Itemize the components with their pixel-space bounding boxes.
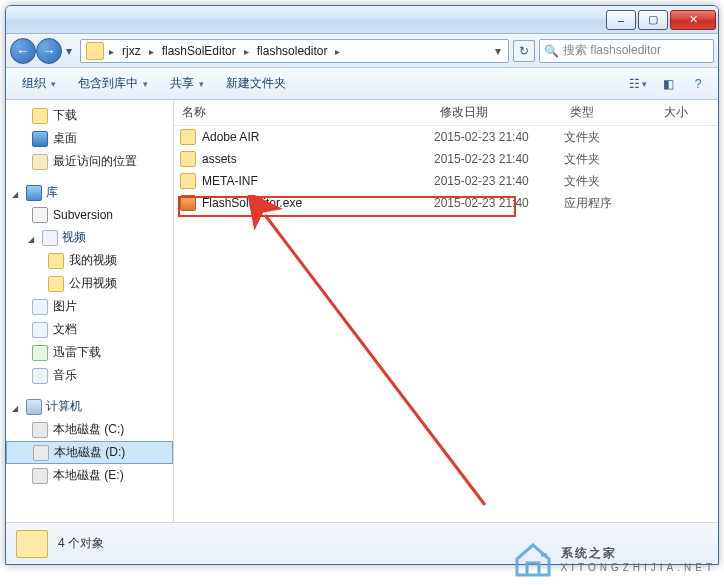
column-name[interactable]: 名称 xyxy=(174,100,432,125)
forward-button[interactable]: → xyxy=(36,38,62,64)
column-date[interactable]: 修改日期 xyxy=(432,100,562,125)
computer-icon xyxy=(26,399,42,415)
file-row[interactable]: assets2015-02-23 21:40文件夹 xyxy=(174,148,718,170)
nav-libraries[interactable]: 库 xyxy=(6,181,173,204)
file-name: META-INF xyxy=(202,174,434,188)
nav-desktop[interactable]: 桌面 xyxy=(6,127,173,150)
picture-icon xyxy=(32,299,48,315)
nav-drive-c[interactable]: 本地磁盘 (C:) xyxy=(6,418,173,441)
include-in-library-menu[interactable]: 包含到库中 xyxy=(70,71,156,96)
folder-icon xyxy=(180,173,196,189)
file-name: FlashSolEditor.exe xyxy=(202,196,434,210)
music-icon xyxy=(32,368,48,384)
folder-icon xyxy=(180,151,196,167)
navigation-pane[interactable]: 下载 桌面 最近访问的位置 库 Subversion 视频 我的视频 公用视频 … xyxy=(6,100,174,522)
crumb-rjxz[interactable]: rjxz xyxy=(116,40,147,62)
nav-history-dropdown[interactable]: ▾ xyxy=(62,38,76,64)
file-date: 2015-02-23 21:40 xyxy=(434,174,564,188)
status-count: 4 个对象 xyxy=(58,535,104,552)
file-type: 文件夹 xyxy=(564,151,658,168)
document-icon xyxy=(32,322,48,338)
help-button[interactable]: ? xyxy=(686,72,710,96)
search-input[interactable]: 🔍 搜索 flashsoleditor xyxy=(539,39,714,63)
desktop-icon xyxy=(32,131,48,147)
folder-icon xyxy=(48,276,64,292)
file-row[interactable]: META-INF2015-02-23 21:40文件夹 xyxy=(174,170,718,192)
file-name: assets xyxy=(202,152,434,166)
file-date: 2015-02-23 21:40 xyxy=(434,152,564,166)
view-options-button[interactable]: ☷ xyxy=(626,72,650,96)
chevron-right-icon[interactable] xyxy=(147,44,156,58)
nav-recent[interactable]: 最近访问的位置 xyxy=(6,150,173,173)
file-type: 文件夹 xyxy=(564,129,658,146)
file-name: Adobe AIR xyxy=(202,130,434,144)
nav-arrows: ← → ▾ xyxy=(10,38,76,64)
window-controls: – ▢ ✕ xyxy=(604,10,716,30)
back-button[interactable]: ← xyxy=(10,38,36,64)
column-header-row: 名称 修改日期 类型 大小 xyxy=(174,100,718,126)
preview-pane-button[interactable]: ◧ xyxy=(656,72,680,96)
nav-my-videos[interactable]: 我的视频 xyxy=(6,249,173,272)
chevron-right-icon[interactable] xyxy=(333,44,342,58)
close-button[interactable]: ✕ xyxy=(670,10,716,30)
column-type[interactable]: 类型 xyxy=(562,100,656,125)
watermark-subtext: XITONGZHIJIA.NET xyxy=(561,562,717,573)
file-type: 文件夹 xyxy=(564,173,658,190)
nav-videos[interactable]: 视频 xyxy=(6,226,173,249)
folder-icon xyxy=(48,253,64,269)
crumb-flashsoleditor2[interactable]: flashsoleditor xyxy=(251,40,334,62)
organize-menu[interactable]: 组织 xyxy=(14,71,64,96)
nav-downloads[interactable]: 下载 xyxy=(6,104,173,127)
exe-icon xyxy=(180,195,196,211)
nav-drive-e[interactable]: 本地磁盘 (E:) xyxy=(6,464,173,487)
subversion-icon xyxy=(32,207,48,223)
watermark-logo-icon xyxy=(513,541,553,577)
file-row[interactable]: FlashSolEditor.exe2015-02-23 21:40应用程序 xyxy=(174,192,718,214)
chevron-right-icon[interactable] xyxy=(242,44,251,58)
drive-icon xyxy=(33,445,49,461)
folder-icon xyxy=(32,108,48,124)
new-folder-button[interactable]: 新建文件夹 xyxy=(218,71,294,96)
file-date: 2015-02-23 21:40 xyxy=(434,130,564,144)
nav-music[interactable]: 音乐 xyxy=(6,364,173,387)
folder-icon xyxy=(16,530,48,558)
download-icon xyxy=(32,345,48,361)
file-list-area: 名称 修改日期 类型 大小 Adobe AIR2015-02-23 21:40文… xyxy=(174,100,718,522)
nav-drive-d[interactable]: 本地磁盘 (D:) xyxy=(6,441,173,464)
drive-icon xyxy=(32,468,48,484)
share-menu[interactable]: 共享 xyxy=(162,71,212,96)
library-icon xyxy=(26,185,42,201)
file-type: 应用程序 xyxy=(564,195,658,212)
folder-icon xyxy=(86,42,104,60)
chevron-right-icon[interactable] xyxy=(107,44,116,58)
address-bar-row: ← → ▾ rjxz flashSolEditor flashsoleditor… xyxy=(6,34,718,68)
search-placeholder: 搜索 flashsoleditor xyxy=(563,42,661,59)
drive-icon xyxy=(32,422,48,438)
nav-public-videos[interactable]: 公用视频 xyxy=(6,272,173,295)
watermark-text: 系统之家 xyxy=(561,546,617,560)
file-date: 2015-02-23 21:40 xyxy=(434,196,564,210)
nav-subversion[interactable]: Subversion xyxy=(6,204,173,226)
refresh-button[interactable]: ↻ xyxy=(513,40,535,62)
watermark: 系统之家 XITONGZHIJIA.NET xyxy=(513,541,717,577)
breadcrumb[interactable]: rjxz flashSolEditor flashsoleditor ▾ xyxy=(80,39,509,63)
crumb-flashsoleditor1[interactable]: flashSolEditor xyxy=(156,40,242,62)
nav-computer[interactable]: 计算机 xyxy=(6,395,173,418)
explorer-window: – ▢ ✕ ← → ▾ rjxz flashSolEditor flashsol… xyxy=(5,5,719,565)
file-row[interactable]: Adobe AIR2015-02-23 21:40文件夹 xyxy=(174,126,718,148)
nav-documents[interactable]: 文档 xyxy=(6,318,173,341)
address-dropdown[interactable]: ▾ xyxy=(490,44,506,58)
toolbar: 组织 包含到库中 共享 新建文件夹 ☷ ◧ ? xyxy=(6,68,718,100)
minimize-button[interactable]: – xyxy=(606,10,636,30)
file-rows[interactable]: Adobe AIR2015-02-23 21:40文件夹assets2015-0… xyxy=(174,126,718,522)
nav-pictures[interactable]: 图片 xyxy=(6,295,173,318)
video-icon xyxy=(42,230,58,246)
recent-icon xyxy=(32,154,48,170)
nav-xunlei[interactable]: 迅雷下载 xyxy=(6,341,173,364)
maximize-button[interactable]: ▢ xyxy=(638,10,668,30)
search-icon: 🔍 xyxy=(544,44,559,58)
explorer-body: 下载 桌面 最近访问的位置 库 Subversion 视频 我的视频 公用视频 … xyxy=(6,100,718,522)
folder-icon xyxy=(180,129,196,145)
titlebar[interactable]: – ▢ ✕ xyxy=(6,6,718,34)
column-size[interactable]: 大小 xyxy=(656,100,716,125)
